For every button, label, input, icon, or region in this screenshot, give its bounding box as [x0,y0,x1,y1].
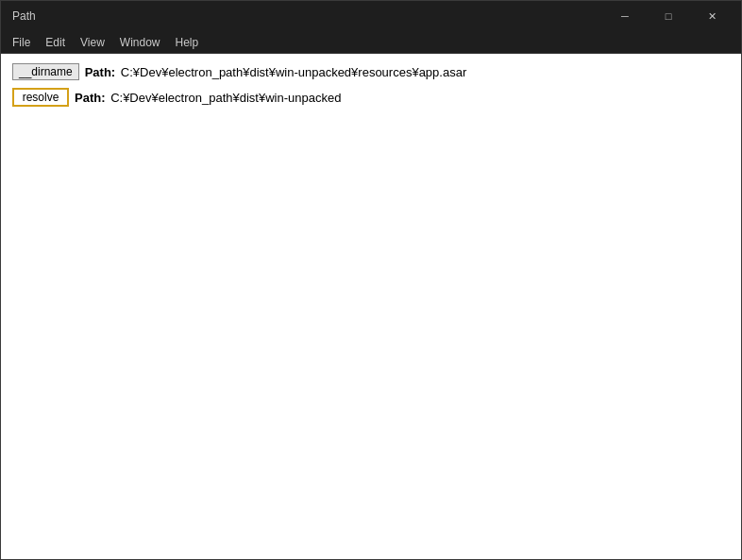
menu-window[interactable]: Window [112,34,168,51]
dirname-button[interactable]: __dirname [12,63,79,80]
minimize-button[interactable]: ─ [603,1,647,31]
menu-bar: File Edit View Window Help [1,31,741,54]
title-bar: Path ─ □ ✕ [1,1,741,31]
menu-view[interactable]: View [73,34,112,51]
dirname-path-text: Path: C:¥Dev¥electron_path¥dist¥win-unpa… [85,65,467,79]
window-title: Path [12,9,36,23]
title-bar-left: Path [12,9,36,23]
content-area: __dirname Path: C:¥Dev¥electron_path¥dis… [1,54,741,559]
resolve-row: resolve Path: C:¥Dev¥electron_path¥dist¥… [12,88,730,107]
maximize-button[interactable]: □ [647,1,690,31]
dirname-row: __dirname Path: C:¥Dev¥electron_path¥dis… [12,63,730,80]
resolve-path-label: Path: [75,91,106,105]
resolve-path-text: Path: C:¥Dev¥electron_path¥dist¥win-unpa… [75,91,341,105]
resolve-button[interactable]: resolve [12,88,69,107]
resolve-path-value: C:¥Dev¥electron_path¥dist¥win-unpacked [110,91,341,105]
close-button[interactable]: ✕ [690,1,734,31]
app-window: Path ─ □ ✕ File Edit View Window Help __… [0,0,742,560]
dirname-path-label: Path: [85,65,116,79]
menu-edit[interactable]: Edit [38,34,73,51]
menu-help[interactable]: Help [168,34,207,51]
title-bar-controls: ─ □ ✕ [603,1,734,31]
menu-file[interactable]: File [5,34,38,51]
dirname-path-value: C:¥Dev¥electron_path¥dist¥win-unpacked¥r… [121,65,466,79]
